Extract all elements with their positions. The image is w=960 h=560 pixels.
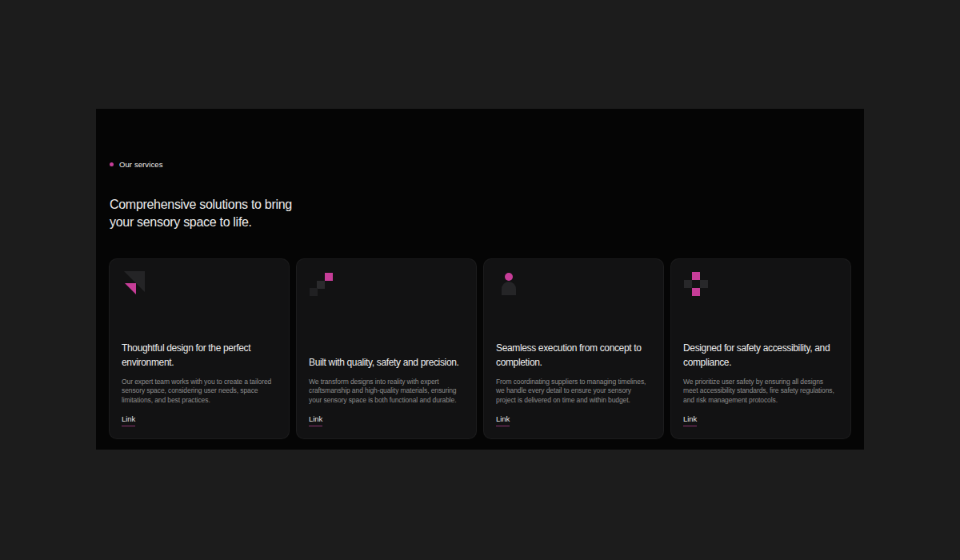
service-cards-row: Thoughtful design for the perfect enviro… — [109, 258, 851, 439]
services-section: Our services Comprehensive solutions to … — [96, 109, 864, 450]
card-title: Thoughtful design for the perfect enviro… — [122, 341, 277, 370]
card-link[interactable]: Link — [683, 414, 697, 426]
eyebrow: Our services — [109, 160, 851, 169]
steps-icon — [309, 270, 334, 296]
card-description: We prioritize user safety by ensuring al… — [683, 378, 838, 406]
cursor-triangles-icon — [122, 270, 147, 296]
card-description: We transform designs into reality with e… — [309, 378, 464, 406]
card-description: From coordinating suppliers to managing … — [496, 378, 651, 406]
service-card-execution: Seamless execution from concept to compl… — [483, 258, 664, 439]
card-link[interactable]: Link — [122, 414, 135, 426]
accent-dot-icon — [110, 162, 114, 166]
eyebrow-label: Our services — [119, 160, 163, 169]
card-title: Designed for safety accessibility, and c… — [683, 341, 838, 370]
card-description: Our expert team works with you to create… — [122, 378, 277, 406]
card-text-block: Seamless execution from concept to compl… — [496, 341, 651, 427]
person-icon — [496, 270, 522, 296]
plus-icon — [683, 270, 709, 296]
card-text-block: Designed for safety accessibility, and c… — [683, 341, 838, 427]
card-title: Built with quality, safety and precision… — [309, 355, 464, 370]
section-heading: Comprehensive solutions to bring your se… — [109, 196, 310, 231]
card-link[interactable]: Link — [309, 414, 322, 426]
card-text-block: Thoughtful design for the perfect enviro… — [122, 341, 277, 427]
card-title: Seamless execution from concept to compl… — [496, 341, 651, 370]
card-text-block: Built with quality, safety and precision… — [309, 355, 464, 427]
service-card-design: Thoughtful design for the perfect enviro… — [109, 258, 290, 439]
service-card-build: Built with quality, safety and precision… — [296, 258, 477, 439]
service-card-safety: Designed for safety accessibility, and c… — [670, 258, 851, 439]
card-link[interactable]: Link — [496, 414, 510, 426]
